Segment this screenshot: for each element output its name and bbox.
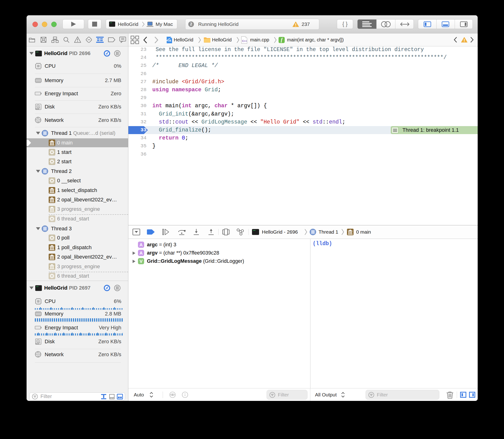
svg-text:C++: C++ — [242, 39, 247, 42]
